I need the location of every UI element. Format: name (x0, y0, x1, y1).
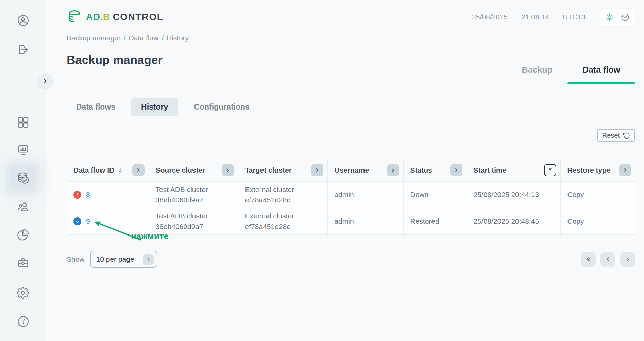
target-cluster-name: External cluster (245, 211, 323, 221)
logo-database-icon (67, 9, 83, 25)
page-size-chevron-icon[interactable] (143, 254, 154, 265)
column-filter-button[interactable] (544, 164, 556, 176)
status-success-icon (73, 217, 81, 225)
tab-backup[interactable]: Backup (507, 65, 567, 83)
current-date: 25/08/2025 (472, 13, 508, 21)
source-cluster-name: Test ADB cluster (156, 184, 234, 195)
sub-tabs: Data flows History Configurations (67, 98, 635, 116)
pagination-bar: Show 10 per page (67, 251, 635, 268)
breadcrumb-history[interactable]: History (167, 34, 189, 42)
main-tabs: Backup Data flow (507, 65, 635, 83)
data-flow-id-link[interactable]: 8 (86, 190, 90, 200)
sidebar-expand-button[interactable] (38, 74, 52, 88)
column-header-username: Username (335, 166, 369, 174)
dark-theme-moon-icon[interactable] (620, 12, 630, 22)
column-expand-button[interactable] (450, 164, 462, 176)
status-error-icon (73, 191, 81, 199)
first-page-button[interactable] (581, 252, 596, 267)
dashboard-icon[interactable] (16, 116, 30, 129)
restore-type-cell: Copy (560, 208, 635, 235)
column-expand-button[interactable] (132, 164, 145, 176)
subtab-configurations[interactable]: Configurations (184, 102, 259, 112)
history-table: Data flow ID Source cluster Targe (67, 159, 635, 235)
backup-manager-page: { "colors": { "accent_green": "#0CBE86",… (0, 0, 644, 341)
page-size-select[interactable]: 10 per page (90, 251, 157, 268)
logo-text: AD.BCONTROL (86, 12, 163, 22)
svg-text:i: i (22, 317, 25, 326)
target-cluster-name: External cluster (245, 184, 323, 195)
info-icon[interactable]: i (16, 315, 30, 328)
current-time: 21:08:14 (521, 13, 549, 21)
main-content: AD.BCONTROL 25/08/2025 21:08:14 UTC+3 (46, 0, 644, 341)
settings-gear-icon[interactable] (16, 286, 30, 299)
sidebar-item-backup-manager[interactable] (10, 166, 35, 190)
username-cell: admin (327, 182, 403, 208)
status-cell: Down (403, 182, 467, 208)
sort-desc-arrow-icon[interactable] (117, 167, 123, 174)
theme-toggle (599, 9, 635, 26)
page-title: Backup manager (67, 53, 163, 67)
app-logo: AD.BCONTROL (67, 9, 163, 25)
target-cluster-hash: ef78a451e28c (245, 195, 323, 205)
reset-button[interactable]: Reset (597, 129, 635, 142)
show-label: Show (67, 255, 85, 263)
tab-data-flow[interactable]: Data flow (567, 65, 635, 83)
breadcrumb-backup-manager[interactable]: Backup manager (67, 34, 121, 42)
filter-funnel-icon (547, 167, 553, 173)
timezone: UTC+3 (563, 13, 586, 21)
column-header-source-cluster: Source cluster (156, 166, 205, 174)
source-cluster-name: Test ADB cluster (156, 211, 234, 221)
previous-page-button[interactable] (600, 252, 615, 267)
top-bar: AD.BCONTROL 25/08/2025 21:08:14 UTC+3 (67, 0, 635, 26)
users-icon[interactable] (16, 200, 30, 214)
table-row: 9 Test ADB cluster 38eb4060d9a7 External… (67, 208, 635, 235)
table-row: 8 Test ADB cluster 38eb4060d9a7 External… (67, 182, 635, 208)
column-header-target-cluster: Target cluster (245, 166, 292, 174)
subtab-history[interactable]: History (131, 98, 178, 116)
start-time-cell: 25/08/2025 20:48:45 (467, 208, 560, 235)
data-flow-id-link[interactable]: 9 (86, 216, 90, 226)
column-header-restore-type: Restore type (567, 166, 611, 174)
page-size-value: 10 per page (96, 255, 134, 263)
sidebar: i (0, 0, 46, 341)
subtab-data-flows[interactable]: Data flows (67, 102, 125, 112)
table-header-row: Data flow ID Source cluster Targe (67, 159, 635, 182)
status-cell: Restored (403, 208, 467, 235)
breadcrumb: Backup manager / Data flow / History (67, 34, 635, 42)
reset-rotate-icon (623, 132, 630, 139)
user-profile-icon[interactable] (16, 14, 30, 27)
annotation-label: нажмите (131, 231, 169, 242)
column-expand-button[interactable] (222, 164, 234, 176)
reports-pie-icon[interactable] (16, 228, 30, 242)
column-expand-button[interactable] (619, 164, 631, 176)
column-expand-button[interactable] (387, 164, 399, 176)
username-cell: admin (327, 208, 403, 235)
breadcrumb-separator: / (124, 34, 126, 42)
next-page-button[interactable] (620, 252, 635, 267)
reset-button-label: Reset (602, 132, 620, 140)
column-header-start-time: Start time (474, 166, 507, 174)
monitoring-chart-icon[interactable] (16, 143, 30, 157)
start-time-cell: 25/08/2025 20:44:13 (467, 182, 560, 208)
source-cluster-hash: 38eb4060d9a7 (156, 222, 234, 232)
logout-icon[interactable] (16, 43, 30, 56)
source-cluster-hash: 38eb4060d9a7 (156, 195, 234, 205)
restore-type-cell: Copy (560, 182, 635, 208)
breadcrumb-data-flow[interactable]: Data flow (129, 34, 159, 42)
column-header-status: Status (410, 166, 432, 174)
jobs-briefcase-icon[interactable] (16, 256, 30, 270)
target-cluster-hash: ef78a451e28c (245, 222, 323, 232)
column-expand-button[interactable] (311, 164, 323, 176)
light-theme-sun-icon[interactable] (605, 12, 614, 22)
breadcrumb-separator: / (162, 34, 164, 42)
column-header-data-flow-id: Data flow ID (73, 166, 114, 174)
